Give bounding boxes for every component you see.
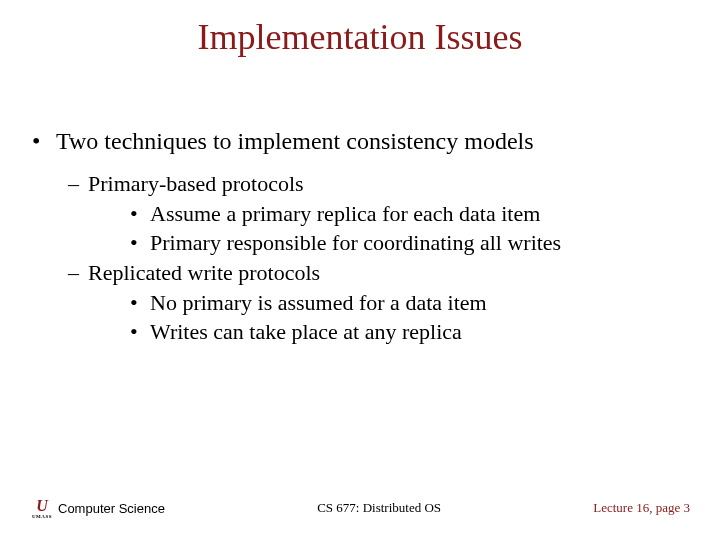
sub-bullet-text: Primary-based protocols xyxy=(88,169,304,199)
deep-bullet: • No primary is assumed for a data item xyxy=(130,288,690,318)
deep-bullet-text: Assume a primary replica for each data i… xyxy=(150,199,540,229)
sub-bullet: – Primary-based protocols xyxy=(68,169,690,199)
deep-bullet-text: Primary responsible for coordinating all… xyxy=(150,228,561,258)
sub-bullet: – Replicated write protocols xyxy=(68,258,690,288)
deep-bullet: • Assume a primary replica for each data… xyxy=(130,199,690,229)
deep-bullet: • Writes can take place at any replica xyxy=(130,317,690,347)
main-bullet-text: Two techniques to implement consistency … xyxy=(56,128,534,155)
course-label: CS 677: Distributed OS xyxy=(165,500,593,516)
deep-bullet: • Primary responsible for coordinating a… xyxy=(130,228,690,258)
deep-bullet-text: No primary is assumed for a data item xyxy=(150,288,487,318)
bullet-dot-icon: • xyxy=(30,128,56,155)
bullet-dot-icon: • xyxy=(130,288,150,318)
department-label: Computer Science xyxy=(58,501,165,516)
slide-title: Implementation Issues xyxy=(0,0,720,58)
main-bullet: • Two techniques to implement consistenc… xyxy=(30,128,690,155)
bullet-dot-icon: • xyxy=(130,317,150,347)
bullet-dot-icon: • xyxy=(130,199,150,229)
page-number: Lecture 16, page 3 xyxy=(593,500,690,516)
slide-content: • Two techniques to implement consistenc… xyxy=(0,58,720,347)
logo-text: UMASS xyxy=(32,514,52,519)
deep-bullet-text: Writes can take place at any replica xyxy=(150,317,462,347)
umass-logo-icon: U UMASS xyxy=(30,494,54,522)
slide-footer: U UMASS Computer Science CS 677: Distrib… xyxy=(0,494,720,522)
dash-icon: – xyxy=(68,258,88,288)
sub-bullet-text: Replicated write protocols xyxy=(88,258,320,288)
footer-left: U UMASS Computer Science xyxy=(30,494,165,522)
logo-glyph: U xyxy=(36,498,48,514)
bullet-dot-icon: • xyxy=(130,228,150,258)
dash-icon: – xyxy=(68,169,88,199)
